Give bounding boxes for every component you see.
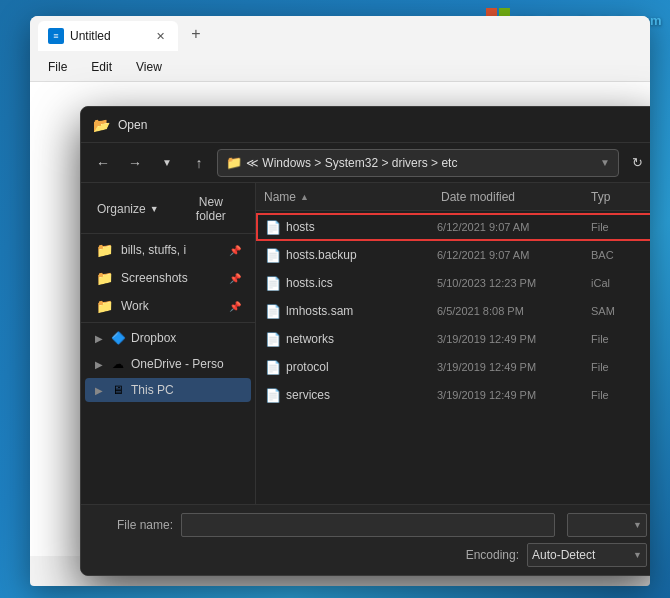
- filename-input[interactable]: [181, 513, 555, 537]
- file-name: protocol: [286, 360, 433, 374]
- filetype-chevron-icon: ▼: [633, 520, 642, 530]
- sidebar-toolbar: Organize ▼ New folder: [81, 187, 255, 231]
- sidebar-item-onedrive[interactable]: ▶ ☁ OneDrive - Perso: [85, 352, 251, 376]
- sidebar-item-label: Dropbox: [131, 331, 241, 345]
- menu-view[interactable]: View: [126, 56, 172, 78]
- file-date: 3/19/2019 12:49 PM: [437, 361, 587, 373]
- file-name: hosts: [286, 220, 433, 234]
- file-area: Name ▲ Date modified Typ 📄 hosts 6/12/20…: [256, 183, 650, 504]
- file-date: 5/10/2023 12:23 PM: [437, 277, 587, 289]
- file-type: BAC: [591, 249, 650, 261]
- sidebar-item-label: bills, stuffs, i: [121, 243, 221, 257]
- sidebar-item-work[interactable]: 📁 Work 📌: [85, 293, 251, 319]
- encoding-chevron-icon: ▼: [633, 550, 642, 560]
- encoding-label: Encoding:: [439, 548, 519, 562]
- dialog-titlebar: 📂 Open: [81, 107, 650, 143]
- sidebar-item-thispc[interactable]: ▶ 🖥 This PC: [85, 378, 251, 402]
- file-list-header: Name ▲ Date modified Typ: [256, 183, 650, 211]
- dropbox-icon: 🔷: [109, 331, 127, 345]
- file-name: hosts.backup: [286, 248, 433, 262]
- organize-chevron-icon: ▼: [150, 204, 159, 214]
- sidebar-item-bills[interactable]: 📁 bills, stuffs, i 📌: [85, 237, 251, 263]
- pin-icon: 📌: [229, 245, 241, 256]
- sidebar-divider2: [81, 322, 255, 323]
- sidebar-item-dropbox[interactable]: ▶ 🔷 Dropbox: [85, 326, 251, 350]
- file-icon: 📄: [264, 220, 282, 235]
- sidebar-item-label: Work: [121, 299, 221, 313]
- column-date-header: Date modified: [441, 190, 591, 204]
- nav-dropdown-button[interactable]: ▼: [153, 149, 181, 177]
- expand-icon: ▶: [95, 385, 103, 396]
- file-date: 6/12/2021 9:07 AM: [437, 249, 587, 261]
- organize-button[interactable]: Organize ▼: [89, 198, 167, 220]
- tab-close-button[interactable]: ✕: [152, 28, 168, 44]
- notepad-titlebar: Untitled ✕ +: [30, 16, 650, 52]
- notepad-menu: File Edit View: [30, 52, 650, 82]
- file-name: services: [286, 388, 433, 402]
- dialog-footer: File name: ▼ Encoding: Auto-Detect ▼: [81, 504, 650, 575]
- file-icon: 📄: [264, 360, 282, 375]
- address-bar[interactable]: 📁 ≪ Windows > System32 > drivers > etc ▼: [217, 149, 619, 177]
- dialog-title-icon: 📂: [93, 117, 110, 133]
- file-icon: 📄: [264, 248, 282, 263]
- file-name: hosts.ics: [286, 276, 433, 290]
- file-date: 6/12/2021 9:07 AM: [437, 221, 587, 233]
- file-icon: 📄: [264, 276, 282, 291]
- sidebar-item-label: OneDrive - Perso: [131, 357, 241, 371]
- new-tab-button[interactable]: +: [182, 20, 210, 48]
- nav-back-button[interactable]: ←: [89, 149, 117, 177]
- file-list: 📄 hosts 6/12/2021 9:07 AM File 📄 hosts.b…: [256, 211, 650, 504]
- dialog-toolbar: ← → ▼ ↑ 📁 ≪ Windows > System32 > drivers…: [81, 143, 650, 183]
- organize-label: Organize: [97, 202, 146, 216]
- onedrive-icon: ☁: [109, 357, 127, 371]
- column-name-label: Name: [264, 190, 296, 204]
- dialog-title: Open: [118, 118, 647, 132]
- new-folder-button[interactable]: New folder: [175, 191, 247, 227]
- sidebar-item-label: Screenshots: [121, 271, 221, 285]
- file-row-protocol[interactable]: 📄 protocol 3/19/2019 12:49 PM File: [256, 353, 650, 381]
- file-row-lmhosts[interactable]: 📄 lmhosts.sam 6/5/2021 8:08 PM SAM: [256, 297, 650, 325]
- file-date: 6/5/2021 8:08 PM: [437, 305, 587, 317]
- menu-edit[interactable]: Edit: [81, 56, 122, 78]
- encoding-value: Auto-Detect: [532, 548, 595, 562]
- sidebar-divider: [81, 233, 255, 234]
- pin-icon: 📌: [229, 301, 241, 312]
- filename-row: File name: ▼: [93, 513, 647, 537]
- expand-icon: ▶: [95, 333, 103, 344]
- file-name: networks: [286, 332, 433, 346]
- address-chevron-icon: ▼: [600, 157, 610, 168]
- filetype-dropdown[interactable]: ▼: [567, 513, 647, 537]
- folder-icon: 📁: [95, 242, 113, 258]
- folder-icon: 📁: [95, 298, 113, 314]
- filename-label: File name:: [93, 518, 173, 532]
- notepad-tab-icon: [48, 28, 64, 44]
- file-row-hosts-ics[interactable]: 📄 hosts.ics 5/10/2023 12:23 PM iCal: [256, 269, 650, 297]
- file-icon: 📄: [264, 332, 282, 347]
- sort-arrow-icon: ▲: [300, 192, 309, 202]
- sidebar-item-screenshots[interactable]: 📁 Screenshots 📌: [85, 265, 251, 291]
- file-name: lmhosts.sam: [286, 304, 433, 318]
- nav-up-button[interactable]: ↑: [185, 149, 213, 177]
- refresh-button[interactable]: ↻: [623, 149, 650, 177]
- file-icon: 📄: [264, 388, 282, 403]
- nav-forward-button[interactable]: →: [121, 149, 149, 177]
- notepad-window: Untitled ✕ + File Edit View 📂 Open ← → ▼…: [30, 16, 650, 586]
- address-folder-icon: 📁: [226, 155, 242, 170]
- file-row-hosts-backup[interactable]: 📄 hosts.backup 6/12/2021 9:07 AM BAC: [256, 241, 650, 269]
- encoding-row: Encoding: Auto-Detect ▼: [93, 543, 647, 567]
- dialog-sidebar: Organize ▼ New folder 📁 bills, stuffs, i…: [81, 183, 256, 504]
- notepad-tab[interactable]: Untitled ✕: [38, 21, 178, 51]
- file-icon: 📄: [264, 304, 282, 319]
- file-type: File: [591, 361, 650, 373]
- file-row-services[interactable]: 📄 services 3/19/2019 12:49 PM File: [256, 381, 650, 409]
- notepad-tab-title: Untitled: [70, 29, 146, 43]
- menu-file[interactable]: File: [38, 56, 77, 78]
- file-row-hosts[interactable]: 📄 hosts 6/12/2021 9:07 AM File: [256, 213, 650, 241]
- column-type-header: Typ: [591, 190, 650, 204]
- pin-icon: 📌: [229, 273, 241, 284]
- file-row-networks[interactable]: 📄 networks 3/19/2019 12:49 PM File: [256, 325, 650, 353]
- file-date: 3/19/2019 12:49 PM: [437, 389, 587, 401]
- file-type: File: [591, 221, 650, 233]
- encoding-dropdown[interactable]: Auto-Detect ▼: [527, 543, 647, 567]
- expand-icon: ▶: [95, 359, 103, 370]
